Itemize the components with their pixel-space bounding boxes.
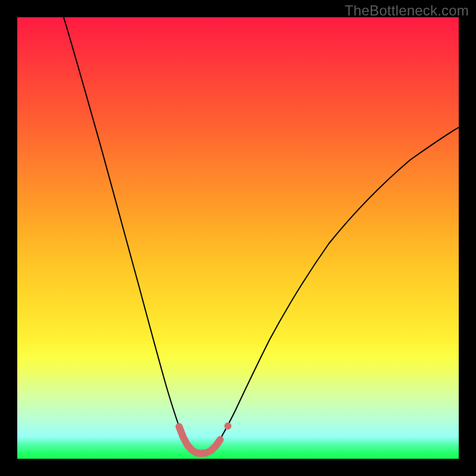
optimal-zone-marker (179, 427, 220, 453)
optimal-zone-marker-dot (224, 422, 231, 430)
watermark-text: TheBottleneck.com (345, 2, 469, 19)
curve-left-branch (64, 17, 201, 453)
chart-plot-area (17, 17, 459, 459)
chart-svg (17, 17, 459, 459)
curve-right-branch (201, 127, 459, 453)
